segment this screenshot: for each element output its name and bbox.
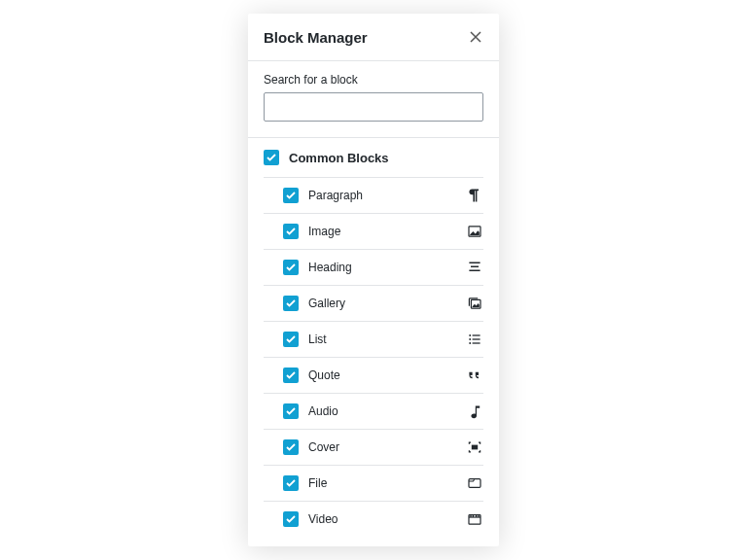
block-item: Gallery bbox=[264, 285, 483, 321]
block-checkbox[interactable] bbox=[283, 224, 299, 239]
block-checkbox[interactable] bbox=[283, 475, 299, 491]
svg-rect-8 bbox=[472, 445, 478, 450]
audio-icon bbox=[466, 402, 483, 420]
search-label: Search for a block bbox=[264, 73, 483, 87]
check-icon bbox=[286, 515, 296, 523]
paragraph-icon bbox=[466, 187, 483, 204]
check-icon bbox=[286, 192, 296, 199]
block-checkbox[interactable] bbox=[283, 296, 299, 311]
search-section: Search for a block bbox=[248, 61, 499, 138]
check-icon bbox=[286, 443, 296, 451]
gallery-icon bbox=[466, 295, 483, 312]
file-icon bbox=[466, 474, 483, 492]
block-checkbox[interactable] bbox=[283, 511, 299, 527]
block-item: Video bbox=[264, 501, 483, 537]
block-checkbox[interactable] bbox=[283, 188, 299, 203]
category-header: Common Blocks bbox=[248, 138, 499, 177]
video-icon bbox=[466, 510, 483, 528]
close-icon bbox=[470, 31, 481, 43]
block-item: Heading bbox=[264, 249, 483, 285]
svg-rect-5 bbox=[473, 338, 480, 339]
block-checkbox[interactable] bbox=[283, 403, 299, 419]
block-item: List bbox=[264, 321, 483, 357]
category-title: Common Blocks bbox=[289, 151, 389, 165]
block-item: Paragraph bbox=[264, 177, 483, 213]
block-label: Audio bbox=[308, 404, 456, 418]
svg-point-2 bbox=[469, 334, 471, 336]
block-label: Video bbox=[308, 512, 456, 526]
block-manager-modal: Block Manager Search for a block Common … bbox=[248, 14, 499, 546]
modal-header: Block Manager bbox=[248, 14, 499, 61]
check-icon bbox=[286, 263, 296, 271]
heading-icon bbox=[466, 259, 483, 276]
block-list: ParagraphImageHeadingGalleryListQuoteAud… bbox=[248, 177, 499, 546]
check-icon bbox=[286, 228, 296, 235]
cover-icon bbox=[466, 438, 483, 456]
block-label: Quote bbox=[308, 368, 456, 382]
check-icon bbox=[286, 299, 296, 307]
block-checkbox[interactable] bbox=[283, 332, 299, 347]
block-label: Cover bbox=[308, 440, 456, 454]
block-label: Paragraph bbox=[308, 189, 456, 202]
close-button[interactable] bbox=[466, 27, 485, 47]
block-item: Audio bbox=[264, 393, 483, 429]
svg-rect-7 bbox=[473, 342, 480, 343]
check-icon bbox=[286, 407, 296, 415]
block-label: File bbox=[308, 476, 456, 490]
check-icon bbox=[286, 335, 296, 343]
list-icon bbox=[466, 331, 483, 348]
modal-title: Block Manager bbox=[264, 29, 368, 46]
check-icon bbox=[286, 479, 296, 487]
svg-point-4 bbox=[469, 338, 471, 340]
svg-rect-3 bbox=[473, 334, 480, 335]
block-label: List bbox=[308, 332, 456, 346]
check-icon bbox=[286, 371, 296, 379]
search-input[interactable] bbox=[264, 92, 483, 122]
svg-rect-9 bbox=[469, 479, 480, 488]
block-item: Cover bbox=[264, 429, 483, 465]
check-icon bbox=[267, 154, 276, 161]
image-icon bbox=[466, 223, 483, 240]
quote-icon bbox=[466, 367, 483, 384]
block-item: Image bbox=[264, 213, 483, 249]
block-item: Quote bbox=[264, 357, 483, 393]
block-checkbox[interactable] bbox=[283, 368, 299, 383]
block-checkbox[interactable] bbox=[283, 260, 299, 275]
block-item: File bbox=[264, 465, 483, 501]
block-label: Heading bbox=[308, 261, 456, 274]
block-label: Gallery bbox=[308, 297, 456, 310]
block-checkbox[interactable] bbox=[283, 439, 299, 455]
category-checkbox[interactable] bbox=[264, 150, 279, 165]
block-label: Image bbox=[308, 225, 456, 238]
svg-point-6 bbox=[469, 342, 471, 344]
